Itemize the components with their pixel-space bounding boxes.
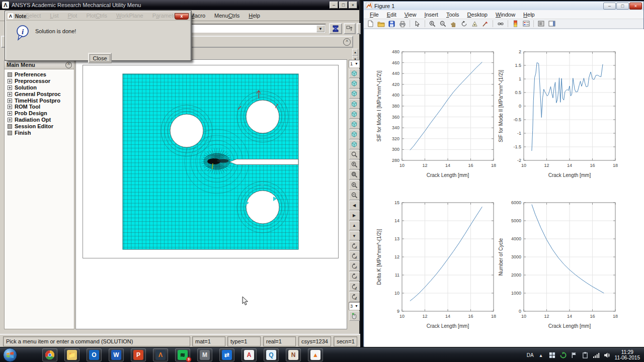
rotate-z-neg-button[interactable]: Z <box>349 282 360 292</box>
main-menu-item-finish[interactable]: Finish <box>5 129 74 136</box>
main-menu-item-session-editor[interactable]: Session Editor <box>5 123 74 129</box>
toolbar-collapse-icon[interactable]: ^ <box>343 38 351 46</box>
figure-close-button[interactable]: × <box>629 3 642 10</box>
show-hidden-icons-button[interactable]: ▴ <box>537 351 545 359</box>
figure-minimize-button[interactable]: – <box>603 3 616 10</box>
q-app-taskbar-icon[interactable]: Q <box>264 348 279 361</box>
top-view-button[interactable] <box>349 110 360 119</box>
insert-legend-button[interactable] <box>521 20 531 28</box>
rotate-x-pos-button[interactable]: X <box>349 251 360 261</box>
explorer-taskbar-icon[interactable]: 📁 <box>64 348 79 361</box>
tray-sync-icon[interactable] <box>559 351 567 359</box>
main-menu-item-general-postproc[interactable]: General Postproc <box>5 90 74 97</box>
pan-up-button[interactable]: ▲ <box>349 221 360 231</box>
scroll-up-icon[interactable]: ▲ <box>352 49 358 56</box>
rotate-y-neg-button[interactable]: Y <box>349 261 360 271</box>
open-file-button[interactable] <box>376 20 386 28</box>
dynamic-model-mode-button[interactable] <box>349 150 360 159</box>
plot-window-select-dropdown[interactable]: 1▼ <box>349 60 360 68</box>
figure-maximize-button[interactable]: □ <box>616 3 629 10</box>
print-figure-button[interactable] <box>397 20 407 28</box>
word-taskbar-icon[interactable]: W <box>109 348 124 361</box>
rotate-x-neg-button[interactable]: X <box>349 241 360 251</box>
tray-clipboard-icon[interactable] <box>582 351 589 359</box>
main-menu-item-rom-tool[interactable]: ROM Tool <box>5 104 74 110</box>
rate-select-dropdown[interactable]: 3▼ <box>349 302 360 310</box>
menu-menuctrls[interactable]: MenuCtrls <box>210 11 244 20</box>
graphics-viewport[interactable] <box>75 59 347 329</box>
command-history-dropdown-icon[interactable]: ▼ <box>316 25 325 32</box>
teamviewer-taskbar-icon[interactable]: ⇄ <box>219 348 234 361</box>
fig-menu-insert[interactable]: Insert <box>420 11 442 19</box>
brush-data-button[interactable] <box>480 20 490 28</box>
dynamic-mode-mouse-button[interactable] <box>349 311 360 321</box>
fig-menu-view[interactable]: View <box>400 11 421 19</box>
zoom-in-button[interactable] <box>428 20 437 28</box>
main-menu-collapse-icon[interactable]: ^ <box>65 62 72 68</box>
rotate-y-pos-button[interactable]: Y <box>349 272 360 282</box>
spotify-taskbar-icon[interactable]: ≋9 <box>175 348 190 361</box>
main-menu-item-preferences[interactable]: Preferences <box>5 71 74 78</box>
fit-view-button[interactable] <box>349 160 360 169</box>
fig-menu-file[interactable]: File <box>366 11 383 19</box>
main-menu-item-timehist-postpro[interactable]: TimeHist Postpro <box>5 97 74 104</box>
language-indicator[interactable]: DA <box>527 352 534 358</box>
main-menu-item-preprocessor[interactable]: Preprocessor <box>5 78 74 84</box>
right-view-button[interactable] <box>349 140 360 149</box>
zoom-out-button[interactable] <box>349 191 360 200</box>
isometric-view-button[interactable] <box>349 69 360 78</box>
save-figure-button[interactable] <box>387 20 396 28</box>
acrobat-taskbar-icon[interactable]: A <box>242 348 257 361</box>
fig-menu-desktop[interactable]: Desktop <box>463 11 492 19</box>
left-view-button[interactable] <box>349 130 360 139</box>
note-dialog-titlebar[interactable]: Λ Note <box>6 12 190 21</box>
ansys-close-button[interactable]: × <box>349 2 357 9</box>
ansys-maximize-button[interactable]: □ <box>339 2 348 9</box>
data-cursor-button[interactable] <box>470 20 479 28</box>
insert-colorbar-button[interactable] <box>511 20 520 28</box>
fig-menu-window[interactable]: Window <box>492 11 519 19</box>
notebook-app-taskbar-icon[interactable]: N <box>286 348 301 361</box>
pan-left-button[interactable]: ◀ <box>349 201 360 210</box>
bottom-view-button[interactable] <box>349 120 360 129</box>
fig-menu-edit[interactable]: Edit <box>383 11 400 19</box>
dialog-close-button[interactable]: Close <box>88 53 112 63</box>
raise-hidden-button[interactable] <box>344 23 356 34</box>
front-view-button[interactable] <box>349 89 360 99</box>
main-menu-item-solution[interactable]: Solution <box>5 84 74 91</box>
outlook-taskbar-icon[interactable]: O <box>87 348 102 361</box>
link-plot-button[interactable] <box>496 20 505 28</box>
main-menu-item-prob-design[interactable]: Prob Design <box>5 110 74 117</box>
chrome-taskbar-icon[interactable] <box>42 348 57 361</box>
menu-help[interactable]: Help <box>244 11 265 20</box>
pan-down-button[interactable]: ▼ <box>349 231 360 241</box>
reset-picking-button[interactable] <box>357 23 361 34</box>
network-icon[interactable] <box>593 351 600 359</box>
back-view-button[interactable] <box>349 99 360 109</box>
ansys-titlebar[interactable]: Λ ANSYS Academic Research Mechanical Uti… <box>0 0 359 10</box>
volume-icon[interactable] <box>604 351 611 359</box>
edit-plot-button[interactable] <box>413 20 422 28</box>
new-figure-button[interactable] <box>366 20 375 28</box>
start-button[interactable] <box>3 348 17 362</box>
fig-menu-help[interactable]: Help <box>519 11 539 19</box>
tray-flag-icon[interactable] <box>571 351 578 359</box>
launch-tool-button[interactable] <box>329 23 342 34</box>
show-plot-tools-button[interactable] <box>547 20 556 28</box>
main-menu-item-radiation-opt[interactable]: Radiation Opt <box>5 117 74 123</box>
tray-windows-icon[interactable] <box>548 351 556 359</box>
zoom-in-button[interactable] <box>349 180 360 190</box>
zoom-box-button[interactable] <box>349 170 360 180</box>
oblique-view-button[interactable] <box>349 79 360 88</box>
zoom-out-button[interactable] <box>438 20 448 28</box>
matlab-taskbar-icon[interactable]: Λ <box>153 348 168 361</box>
fig-menu-tools[interactable]: Tools <box>442 11 463 19</box>
vlc-taskbar-icon[interactable]: ▲ <box>308 348 323 361</box>
pan-button[interactable] <box>449 20 458 28</box>
rotate-3d-button[interactable] <box>459 20 469 28</box>
ansys-minimize-button[interactable]: – <box>330 2 338 9</box>
hide-plot-tools-button[interactable] <box>536 20 546 28</box>
rotate-z-pos-button[interactable]: Z <box>349 292 360 302</box>
pan-right-button[interactable]: ▶ <box>349 211 360 220</box>
figure-titlebar[interactable]: Figure 1 – □ × <box>364 2 643 10</box>
